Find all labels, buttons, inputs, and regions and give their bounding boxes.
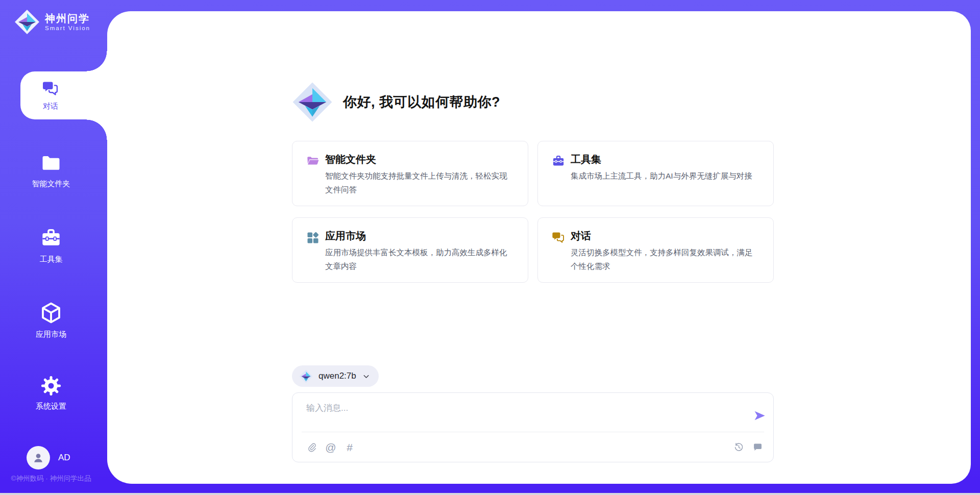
card-chat[interactable]: 对话 灵活切换多模型文件，支持多样回复效果调试，满足个性化需求 — [537, 217, 774, 283]
card-title: 应用市场 — [325, 229, 366, 243]
sidebar-item-app-market[interactable]: 应用市场 — [0, 301, 102, 339]
topic-button[interactable]: # — [344, 441, 355, 453]
sidebar-item-label: 系统设置 — [36, 402, 66, 411]
cube-icon — [39, 301, 63, 325]
gear-icon — [40, 375, 62, 397]
sidebar-item-chat[interactable]: 对话 — [20, 71, 107, 119]
card-title: 工具集 — [571, 153, 601, 166]
diamond-logo-icon — [299, 369, 313, 383]
history-icon — [733, 442, 744, 453]
card-title: 对话 — [571, 229, 591, 243]
chat-icon — [551, 231, 566, 245]
mention-button[interactable]: @ — [325, 441, 336, 453]
toolbox-icon — [39, 227, 63, 250]
card-toolbox[interactable]: 工具集 集成市场上主流工具，助力AI与外界无缝扩展与对接 — [537, 141, 774, 206]
user-initials: AD — [58, 453, 70, 463]
greeting-title: 你好, 我可以如何帮助你? — [343, 93, 500, 111]
market-icon — [306, 231, 320, 245]
card-title: 智能文件夹 — [325, 153, 376, 166]
diamond-logo-icon — [292, 82, 333, 122]
message-composer: @ # — [292, 392, 774, 462]
attach-file-button[interactable] — [306, 441, 317, 453]
brand-name: 神州问学 — [45, 13, 90, 24]
new-chat-button[interactable] — [752, 441, 763, 453]
page-bottom-edge — [0, 493, 980, 495]
brand-logo: 神州问学 Smart Vision — [14, 9, 90, 35]
message-input[interactable] — [306, 402, 730, 429]
sidebar-item-toolbox[interactable]: 工具集 — [0, 227, 102, 264]
user-profile[interactable]: AD — [27, 446, 70, 469]
brand-subtitle: Smart Vision — [45, 25, 90, 31]
greeting-block: 你好, 我可以如何帮助你? — [292, 82, 500, 122]
model-selector[interactable]: qwen2:7b — [292, 365, 379, 387]
sidebar-item-label: 工具集 — [40, 255, 63, 264]
card-description: 应用市场提供丰富长文本模板，助力高效生成多样化文章内容 — [325, 245, 514, 273]
main-panel: 你好, 我可以如何帮助你? 智能文件夹 智能文件夹功能支持批量文件上传与清洗，轻… — [107, 11, 971, 484]
chevron-down-icon — [362, 372, 371, 381]
chat-icon — [41, 80, 60, 98]
sidebar-item-label: 应用市场 — [36, 330, 66, 339]
model-name: qwen2:7b — [318, 371, 356, 381]
copyright-footer: ©神州数码 · 神州问学出品 — [0, 474, 102, 483]
sidebar-item-label: 对话 — [43, 102, 58, 111]
card-smart-folder[interactable]: 智能文件夹 智能文件夹功能支持批量文件上传与清洗，轻松实现文件问答 — [292, 141, 528, 206]
avatar — [27, 446, 50, 469]
history-button[interactable] — [733, 441, 744, 453]
card-description: 灵活切换多模型文件，支持多样回复效果调试，满足个性化需求 — [571, 245, 760, 273]
paperclip-icon — [307, 442, 317, 453]
folder-icon — [40, 152, 62, 175]
sidebar-item-label: 智能文件夹 — [32, 179, 70, 189]
toolbox-icon — [551, 154, 566, 168]
sidebar: 神州问学 Smart Vision 对话 智能文件夹 工具集 — [0, 0, 107, 495]
sidebar-item-smart-folder[interactable]: 智能文件夹 — [0, 152, 102, 189]
card-description: 集成市场上主流工具，助力AI与外界无缝扩展与对接 — [571, 169, 760, 183]
feature-cards: 智能文件夹 智能文件夹功能支持批量文件上传与清洗，轻松实现文件问答 工具集 集成… — [292, 141, 774, 283]
person-icon — [31, 451, 45, 465]
send-icon — [753, 409, 767, 423]
diamond-logo-icon — [14, 9, 40, 35]
send-button[interactable] — [753, 409, 767, 423]
card-description: 智能文件夹功能支持批量文件上传与清洗，轻松实现文件问答 — [325, 169, 514, 196]
comment-icon — [752, 442, 763, 453]
folder-icon — [306, 154, 320, 168]
sidebar-item-settings[interactable]: 系统设置 — [0, 375, 102, 411]
card-app-market[interactable]: 应用市场 应用市场提供丰富长文本模板，助力高效生成多样化文章内容 — [292, 217, 528, 283]
